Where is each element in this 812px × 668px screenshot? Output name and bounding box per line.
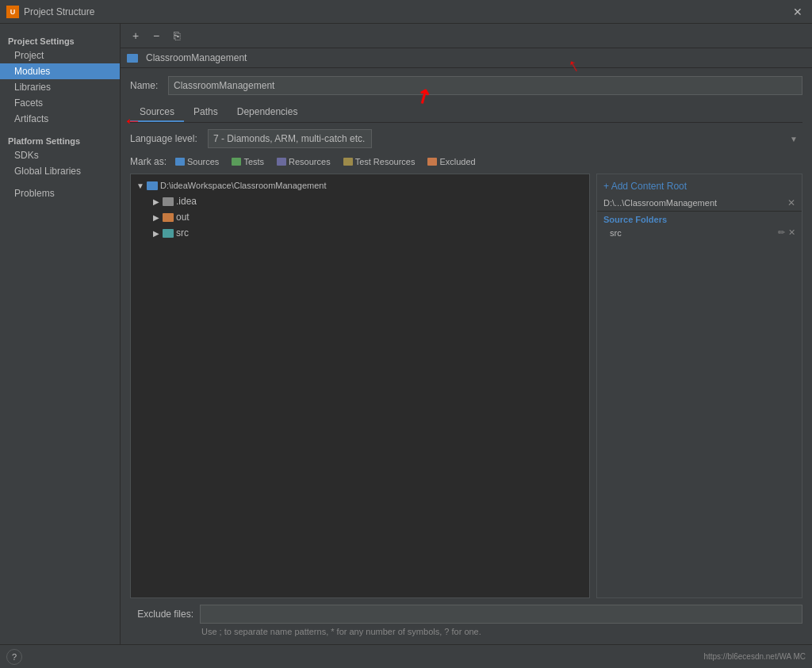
tree-toggle-src[interactable]: ▶ (150, 227, 163, 239)
tab-dependencies[interactable]: Dependencies (228, 103, 308, 122)
title-bar: U Project Structure ✕ (0, 0, 812, 24)
window-title: Project Structure (24, 6, 94, 17)
content-root-entry: D:\...\ClassroomManagement ✕ (597, 195, 802, 212)
module-entry[interactable]: ClassroomManagement (121, 48, 812, 68)
name-input[interactable] (168, 76, 802, 95)
source-folder-item-src: src ✏ ✕ (597, 226, 802, 239)
mark-tests-button[interactable]: Tests (228, 156, 268, 167)
sidebar-item-facets[interactable]: Facets (0, 95, 120, 111)
tree-root-path: D:\ideaWorkspace\ClassroomManagement (160, 181, 327, 190)
content-area: + − ⎘ ClassroomManagement Name: Sources (121, 24, 812, 644)
mark-sources-button[interactable]: Sources (171, 156, 223, 167)
close-button[interactable]: ✕ (790, 4, 806, 20)
module-folder-icon (127, 54, 138, 63)
sidebar-item-problems[interactable]: Problems (0, 185, 120, 201)
tab-sources[interactable]: Sources (130, 103, 184, 122)
module-name-label: ClassroomManagement (146, 52, 247, 63)
platform-settings-heading: Platform Settings (0, 133, 120, 147)
remove-content-root-button[interactable]: ✕ (787, 197, 795, 208)
help-button[interactable]: ? (6, 649, 22, 665)
tree-toggle-root[interactable]: ▼ (134, 179, 147, 192)
exclude-hint: Use ; to separate name patterns, * for a… (130, 627, 802, 636)
out-folder-icon (163, 213, 174, 222)
sidebar-item-global-libraries[interactable]: Global Libraries (0, 163, 120, 179)
source-folders-title: Source Folders (597, 212, 802, 226)
sidebar-item-project[interactable]: Project (0, 48, 120, 63)
sidebar-item-libraries[interactable]: Libraries (0, 79, 120, 95)
project-settings-heading: Project Settings (0, 33, 120, 48)
tree-toggle-out[interactable]: ▶ (150, 211, 163, 223)
remove-module-button[interactable]: − (147, 27, 165, 44)
mark-excluded-button[interactable]: Excluded (423, 156, 479, 167)
resources-folder-icon (277, 158, 286, 166)
excluded-folder-icon (427, 158, 437, 166)
mark-as-label: Mark as: (130, 156, 167, 167)
language-level-row: Language level: 7 - Diamonds, ARM, multi… (130, 129, 802, 148)
language-level-select[interactable]: 7 - Diamonds, ARM, multi-catch etc. (208, 129, 372, 148)
tree-item-src[interactable]: ▶ src (131, 225, 589, 241)
tree-item-idea-label: .idea (176, 196, 197, 207)
sidebar-item-modules[interactable]: Modules (0, 63, 120, 79)
app-icon: U (6, 6, 19, 18)
mark-as-row: Mark as: Sources Tests Resources (130, 156, 802, 167)
mark-test-resources-button[interactable]: Test Resources (339, 156, 419, 167)
sidebar: Project Settings Project Modules Librari… (0, 24, 121, 644)
exclude-files-row: Exclude files: (130, 605, 802, 624)
language-level-label: Language level: (130, 133, 201, 144)
tabs-bar: Sources Paths Dependencies (130, 103, 802, 123)
tree-toggle-idea[interactable]: ▶ (150, 195, 163, 208)
right-panel: Name: Sources Paths Dependencies (121, 68, 812, 644)
content-root-path: D:\...\ClassroomManagement (603, 198, 717, 208)
tree-root[interactable]: ▼ D:\ideaWorkspace\ClassroomManagement (131, 177, 589, 193)
tab-paths[interactable]: Paths (184, 103, 228, 122)
title-bar-left: U Project Structure (6, 6, 94, 18)
sidebar-item-artifacts[interactable]: Artifacts (0, 111, 120, 127)
tree-item-idea[interactable]: ▶ .idea (131, 193, 589, 209)
file-tree[interactable]: ▼ D:\ideaWorkspace\ClassroomManagement ▶… (130, 174, 590, 598)
taskbar-url: https://bl6ecesdn.net/WA MC (703, 652, 806, 661)
tree-item-out-label: out (176, 212, 190, 223)
name-row: Name: (130, 76, 802, 95)
sidebar-item-sdks[interactable]: SDKs (0, 147, 120, 163)
tree-item-src-label: src (176, 227, 189, 239)
add-module-button[interactable]: + (127, 27, 144, 44)
language-level-select-wrapper: 7 - Diamonds, ARM, multi-catch etc. (208, 129, 802, 148)
sources-folder-icon (175, 158, 185, 166)
content-panels: ▼ D:\ideaWorkspace\ClassroomManagement ▶… (130, 174, 802, 598)
src-folder-icon (163, 229, 174, 238)
mark-resources-button[interactable]: Resources (273, 156, 335, 167)
exclude-files-label: Exclude files: (130, 609, 193, 620)
source-folder-actions: ✏ ✕ (778, 227, 795, 238)
edit-source-folder-button[interactable]: ✏ (778, 227, 785, 238)
add-content-root-button[interactable]: + Add Content Root (597, 177, 802, 195)
bottom-bar: ? https://bl6ecesdn.net/WA MC (0, 644, 812, 668)
exclude-files-input[interactable] (200, 605, 802, 624)
info-panel: + Add Content Root D:\...\ClassroomManag… (596, 174, 802, 598)
copy-module-button[interactable]: ⎘ (168, 27, 186, 44)
tree-item-out[interactable]: ▶ out (131, 209, 589, 225)
remove-source-folder-button[interactable]: ✕ (788, 227, 795, 238)
idea-folder-icon (163, 197, 174, 206)
name-label: Name: (130, 80, 162, 91)
source-folder-name-src: src (610, 228, 622, 238)
test-resources-folder-icon (343, 158, 353, 166)
tests-folder-icon (232, 158, 241, 166)
root-folder-icon (147, 181, 158, 190)
